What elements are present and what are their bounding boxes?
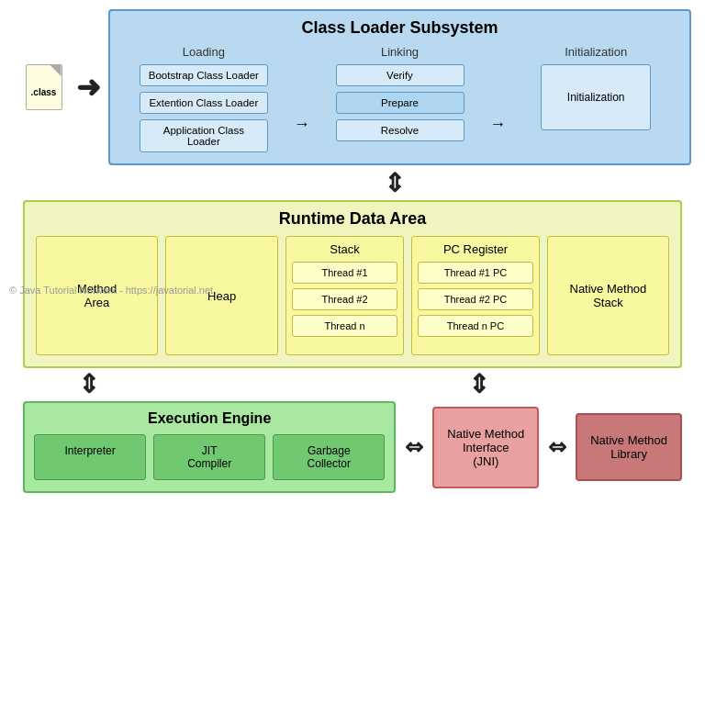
pc-thread-2: Thread #2 PC [418, 288, 533, 310]
linking-to-init-arrow: → [489, 115, 506, 134]
native-library-label: Native MethodLibrary [590, 433, 667, 461]
stack-thread-n: Thread n [292, 315, 397, 337]
stack-title: Stack [292, 242, 397, 256]
heap-box: Heap [165, 236, 278, 355]
exec-engine-title: Execution Engine [34, 410, 385, 427]
jvm-architecture-diagram: © Java Tutorial Network - https://javato… [0, 0, 705, 728]
method-area-box: MethodArea [36, 236, 158, 355]
runtime-title: Runtime Data Area [36, 209, 669, 229]
pc-thread-n: Thread n PC [418, 315, 533, 337]
application-class-loader: Application Class Loader [140, 119, 268, 152]
classloader-title: Class Loader Subsystem [121, 18, 678, 38]
stack-section: Stack Thread #1 Thread #2 Thread n [285, 236, 404, 355]
extention-class-loader: Extention Class Loader [140, 92, 268, 114]
native-method-stack-label: Native MethodStack [570, 282, 647, 309]
resolve-box: Resolve [336, 119, 464, 141]
class-file-icon: .class [26, 64, 62, 110]
runtime-to-native-arrow: ⇕ [468, 372, 489, 398]
garbage-collector-box: GarbageCollector [273, 434, 385, 480]
initialization-label: Initialization [565, 45, 627, 59]
native-method-stack-box: Native MethodStack [547, 236, 669, 355]
native-method-library: Native MethodLibrary [576, 413, 682, 481]
jit-compiler-box: JITCompiler [153, 434, 265, 480]
runtime-to-exec-arrow: ⇕ [78, 372, 99, 398]
prepare-box: Prepare [336, 92, 464, 114]
verify-box: Verify [336, 64, 464, 86]
linking-label: Linking [381, 45, 419, 59]
loading-to-linking-arrow: → [294, 115, 310, 134]
classloader-to-runtime-arrow: ⇕ [384, 171, 405, 196]
interpreter-box: Interpreter [34, 434, 146, 480]
bootstrap-class-loader: Bootstrap Class Loader [140, 64, 268, 86]
watermark: © Java Tutorial Network - https://javato… [9, 285, 213, 296]
jni-to-library-arrow: ⇔ [548, 434, 566, 460]
arrow-to-classloader: ➜ [76, 70, 101, 105]
execution-engine: Execution Engine Interpreter JITCompiler… [23, 401, 396, 493]
exec-to-jni-arrow: ⇔ [405, 434, 423, 460]
pc-register-section: PC Register Thread #1 PC Thread #2 PC Th… [411, 236, 540, 355]
class-file-label: .class [31, 87, 57, 97]
pc-title: PC Register [418, 242, 533, 256]
loading-label: Loading [183, 45, 225, 59]
pc-thread-1: Thread #1 PC [418, 262, 533, 284]
stack-thread-1: Thread #1 [292, 262, 397, 284]
native-interface-label: Native MethodInterface(JNI) [447, 427, 524, 468]
initialization-box: Initialization [541, 64, 651, 130]
native-method-interface: Native MethodInterface(JNI) [432, 407, 539, 488]
stack-thread-2: Thread #2 [292, 288, 397, 310]
